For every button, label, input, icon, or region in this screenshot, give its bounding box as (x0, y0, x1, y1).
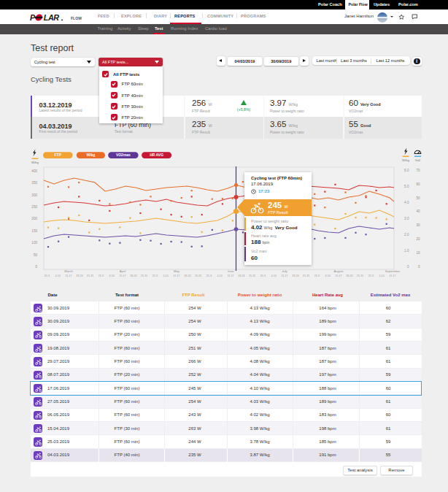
svg-text:4-10: 4-10 (109, 274, 115, 277)
svg-text:VO2max: VO2max (116, 153, 131, 157)
svg-text:W/kg: W/kg (31, 161, 39, 164)
svg-text:P: P (30, 14, 36, 21)
svg-text:11-17: 11-17 (120, 274, 126, 277)
svg-text:18-24: 18-24 (184, 274, 190, 277)
svg-text:10: 10 (416, 251, 420, 255)
svg-text:August: August (333, 269, 344, 273)
svg-text:1.0: 1.0 (404, 249, 409, 253)
svg-text:50: 50 (416, 196, 420, 200)
svg-text:25-3: 25-3 (99, 274, 104, 277)
svg-text:250: 250 (31, 205, 37, 209)
svg-text:100: 100 (31, 241, 37, 245)
svg-text:30: 30 (416, 223, 420, 227)
svg-text:25-3: 25-3 (152, 274, 158, 277)
svg-text:25-31: 25-31 (87, 274, 93, 277)
svg-text:W/kg: W/kg (402, 158, 410, 162)
svg-text:0: 0 (35, 265, 37, 269)
svg-text:25-3: 25-3 (260, 274, 266, 277)
svg-text:25-3: 25-3 (314, 274, 320, 277)
svg-text:Vo2: Vo2 (415, 158, 421, 162)
svg-text:60: 60 (416, 182, 420, 186)
svg-text:18-24: 18-24 (76, 274, 82, 277)
svg-text:18-24: 18-24 (292, 274, 298, 277)
svg-text:July: July (282, 269, 287, 273)
svg-text:5.0: 5.0 (404, 185, 409, 188)
svg-text:4-10: 4-10 (163, 274, 169, 277)
svg-text:25-31: 25-31 (303, 274, 309, 277)
svg-text:18-24: 18-24 (238, 274, 244, 277)
svg-text:LAR: LAR (44, 14, 59, 21)
svg-text:50: 50 (34, 253, 38, 257)
svg-text:25-31: 25-31 (195, 274, 201, 277)
svg-text:25-31: 25-31 (357, 274, 363, 277)
svg-text:25-3: 25-3 (45, 274, 50, 277)
svg-text:0: 0 (418, 265, 420, 269)
svg-text:11-17: 11-17 (174, 274, 180, 277)
svg-text:April: April (120, 269, 125, 273)
svg-text:W/kg: W/kg (86, 153, 95, 157)
svg-text:200: 200 (31, 217, 37, 220)
svg-text:300: 300 (31, 193, 37, 197)
svg-text:4-10: 4-10 (271, 274, 277, 277)
svg-text:11-17: 11-17 (66, 274, 72, 277)
svg-text:4-10: 4-10 (217, 274, 223, 277)
svg-text:4-10: 4-10 (379, 274, 385, 277)
svg-text:4-10: 4-10 (325, 274, 331, 277)
svg-text:25-3: 25-3 (368, 274, 374, 277)
svg-text:FTP: FTP (55, 153, 62, 157)
svg-text:350: 350 (31, 181, 37, 185)
svg-text:May: May (174, 269, 180, 273)
svg-text:2.0: 2.0 (404, 233, 409, 237)
svg-text:HR AVG: HR AVG (150, 153, 163, 157)
svg-text:25-3: 25-3 (206, 274, 212, 277)
svg-text:4.0: 4.0 (404, 201, 409, 204)
svg-text:400: 400 (31, 169, 37, 173)
svg-text:70: 70 (416, 169, 420, 172)
svg-text:11-17: 11-17 (282, 274, 288, 277)
svg-text:11-17: 11-17 (336, 274, 342, 277)
svg-text:20: 20 (416, 237, 420, 241)
svg-text:11-17: 11-17 (390, 274, 396, 277)
svg-text:June: June (227, 269, 234, 273)
svg-text:25-31: 25-31 (249, 274, 255, 277)
svg-text:150: 150 (31, 229, 37, 233)
svg-text:September: September (385, 269, 401, 273)
svg-text:March: March (64, 269, 73, 273)
svg-text:11-17: 11-17 (228, 274, 234, 277)
svg-text:40: 40 (416, 210, 420, 213)
svg-text:3.0: 3.0 (404, 217, 409, 220)
svg-text:6.0: 6.0 (404, 169, 409, 172)
svg-text:18-24: 18-24 (346, 274, 352, 277)
svg-text:18-24: 18-24 (130, 274, 136, 277)
svg-text:0: 0 (407, 265, 409, 269)
svg-text:25-31: 25-31 (141, 274, 147, 277)
svg-text:4-10: 4-10 (55, 274, 61, 277)
